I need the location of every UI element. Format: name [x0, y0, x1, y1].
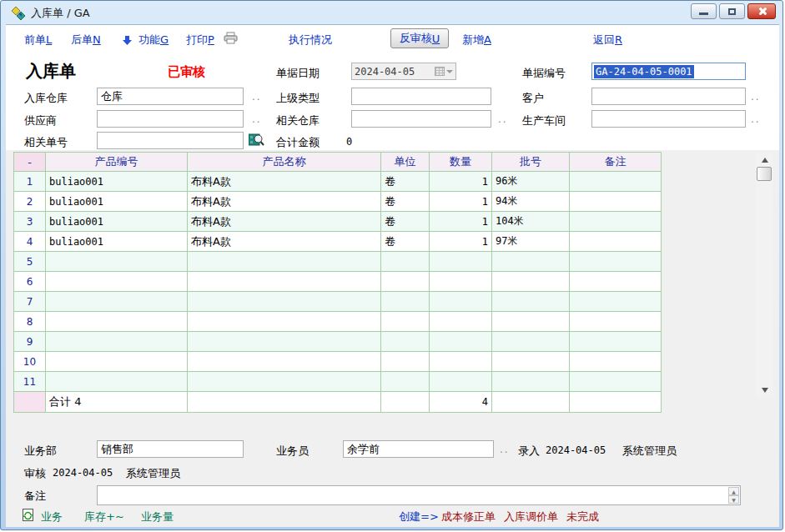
dept-input[interactable] [97, 440, 244, 458]
grid-cell-batch[interactable]: 97米 [492, 232, 570, 252]
grid-cell-note[interactable] [570, 272, 662, 292]
exec-status-button[interactable]: 执行情况 [289, 33, 332, 48]
remark-scroll-down-button[interactable]: ▼ [728, 495, 739, 504]
row-number-cell[interactable]: 4 [14, 232, 46, 252]
row-number-cell[interactable]: 7 [14, 292, 46, 312]
grid-cell-batch[interactable]: 96米 [492, 172, 570, 192]
row-number-cell[interactable]: 5 [14, 252, 46, 272]
row-number-cell[interactable]: 2 [14, 192, 46, 212]
grid-cell-name[interactable] [188, 332, 381, 352]
grid-cell-note[interactable] [570, 172, 662, 192]
grid-cell-unit[interactable] [381, 332, 430, 352]
parent-type-input[interactable] [351, 88, 491, 105]
grid-cell-batch[interactable] [492, 272, 570, 292]
grid-cell-qty[interactable]: 1 [430, 192, 492, 212]
grid-cell-batch[interactable] [492, 352, 570, 372]
grid-cell-unit[interactable]: 卷 [381, 232, 430, 252]
supplier-input[interactable] [97, 110, 244, 128]
grid-cell-code[interactable] [46, 252, 188, 272]
maximize-button[interactable] [719, 3, 745, 19]
grid-cell-name[interactable] [188, 252, 381, 272]
unaudit-button[interactable]: 反审核U [390, 28, 449, 48]
grid-cell-name[interactable] [188, 272, 381, 292]
grid-cell-unit[interactable] [381, 272, 430, 292]
grid-cell-note[interactable] [570, 332, 662, 352]
statusbar-volume-link[interactable]: 业务量 [141, 509, 174, 524]
grid-cell-note[interactable] [570, 252, 662, 272]
grid-cell-code[interactable]: buliao001 [46, 212, 188, 232]
grid-cell-code[interactable] [46, 352, 188, 372]
row-number-cell[interactable]: 10 [14, 352, 46, 372]
statusbar-business-link[interactable]: 业务 [41, 509, 63, 524]
grid-cell-qty[interactable] [430, 332, 492, 352]
grid-cell-code[interactable] [46, 372, 188, 392]
customer-input[interactable] [591, 88, 746, 105]
grid-cell-note[interactable] [570, 232, 662, 252]
minimize-button[interactable] [691, 3, 717, 19]
grid-cell-batch[interactable]: 104米 [492, 212, 570, 232]
grid-cell-unit[interactable]: 卷 [381, 192, 430, 212]
grid-cell-qty[interactable] [430, 252, 492, 272]
print-button[interactable]: 打印P [186, 33, 214, 48]
grid-cell-note[interactable] [570, 352, 662, 372]
grid-cell-unit[interactable]: 卷 [381, 212, 430, 232]
workshop-input[interactable] [591, 110, 746, 128]
related-warehouse-input[interactable] [351, 110, 491, 128]
row-number-cell[interactable]: 9 [14, 332, 46, 352]
grid-cell-qty[interactable] [430, 352, 492, 372]
grid-cell-name[interactable]: 布料A款 [188, 212, 381, 232]
row-number-cell[interactable]: 8 [14, 312, 46, 332]
grid-cell-qty[interactable] [430, 292, 492, 312]
remark-scroll-up-button[interactable]: ▲ [728, 487, 739, 495]
grid-cell-qty[interactable]: 1 [430, 172, 492, 192]
row-number-cell[interactable]: 11 [14, 372, 46, 392]
grid-cell-name[interactable] [188, 352, 381, 372]
grid-cell-code[interactable]: buliao001 [46, 192, 188, 212]
row-number-cell[interactable]: 6 [14, 272, 46, 292]
prev-doc-button[interactable]: 前单L [24, 33, 52, 48]
row-number-cell[interactable]: 3 [14, 212, 46, 232]
grid-cell-unit[interactable] [381, 252, 430, 272]
grid-cell-qty[interactable] [430, 272, 492, 292]
grid-cell-name[interactable]: 布料A款 [188, 232, 381, 252]
printer-icon[interactable] [223, 32, 239, 48]
grid-cell-batch[interactable] [492, 332, 570, 352]
grid-cell-qty[interactable]: 1 [430, 212, 492, 232]
grid-cell-unit[interactable] [381, 292, 430, 312]
search-icon[interactable] [249, 132, 264, 150]
grid-cell-name[interactable] [188, 292, 381, 312]
scroll-thumb[interactable] [757, 167, 772, 181]
functions-button[interactable]: 功能G [138, 33, 169, 48]
grid-cell-code[interactable] [46, 272, 188, 292]
salesman-input[interactable] [343, 440, 494, 458]
add-new-button[interactable]: 新增A [462, 33, 491, 48]
statusbar-stock-link[interactable]: 库存+~ [84, 509, 124, 524]
grid-cell-qty[interactable]: 1 [430, 232, 492, 252]
grid-cell-batch[interactable] [492, 252, 570, 272]
grid-cell-unit[interactable]: 卷 [381, 172, 430, 192]
doc-no-input[interactable]: GA-24-04-05-0001 [591, 63, 746, 80]
cost-correction-doc-link[interactable]: 成本修正单 [441, 509, 496, 524]
grid-cell-note[interactable] [570, 192, 662, 212]
grid-cell-code[interactable]: buliao001 [46, 172, 188, 192]
close-button[interactable] [747, 3, 776, 19]
grid-cell-note[interactable] [570, 292, 662, 312]
grid-cell-batch[interactable]: 94米 [492, 192, 570, 212]
grid-cell-qty[interactable] [430, 312, 492, 332]
grid-cell-name[interactable] [188, 372, 381, 392]
grid-cell-unit[interactable] [381, 372, 430, 392]
grid-cell-name[interactable]: 布料A款 [188, 172, 381, 192]
grid-cell-batch[interactable] [492, 292, 570, 312]
related-doc-input[interactable] [97, 132, 244, 149]
grid-cell-note[interactable] [570, 372, 662, 392]
grid-cell-batch[interactable] [492, 312, 570, 332]
grid-cell-code[interactable]: buliao001 [46, 232, 188, 252]
remark-input[interactable] [97, 485, 741, 505]
grid-cell-note[interactable] [570, 212, 662, 232]
grid-cell-code[interactable] [46, 332, 188, 352]
grid-cell-note[interactable] [570, 312, 662, 332]
grid-cell-code[interactable] [46, 312, 188, 332]
grid-cell-name[interactable] [188, 312, 381, 332]
grid-cell-batch[interactable] [492, 372, 570, 392]
next-doc-button[interactable]: 后单N [71, 33, 101, 48]
